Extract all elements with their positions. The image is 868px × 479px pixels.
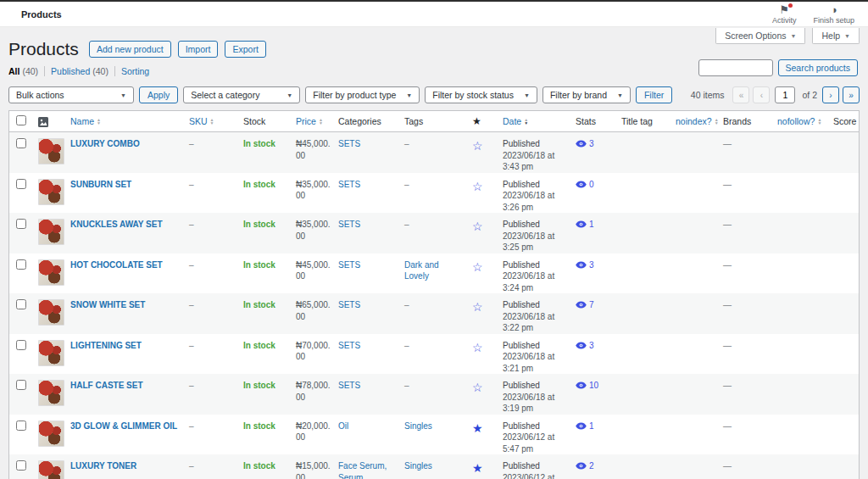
select-all-checkbox[interactable] [16,115,26,125]
category-link[interactable]: SETS [338,139,360,148]
import-button[interactable]: Import [178,41,219,58]
date-cell: Published 2023/06/18 at 3:21 pm [499,334,572,375]
category-select[interactable]: Select a category ▼ [183,86,300,103]
finish-setup-button[interactable]: ◑ Finish setup [813,4,854,25]
product-thumbnail[interactable] [38,460,64,479]
product-name-link[interactable]: LIGHTENING SET [70,341,142,350]
screen-options-button[interactable]: Screen Options ▼ [715,28,805,44]
product-thumbnail[interactable] [38,138,64,164]
publish-status: Published [503,179,569,191]
category-link[interactable]: SETS [338,260,360,270]
featured-star-icon[interactable]: ★ [472,461,483,475]
column-header-sku[interactable]: SKU▲▼ [186,111,240,132]
product-name-link[interactable]: HALF CASTE SET [70,381,143,390]
row-checkbox[interactable] [16,179,26,189]
view-published-link[interactable]: Published (40) [45,66,115,76]
view-sorting-link[interactable]: Sorting [115,66,155,76]
featured-star-icon[interactable]: ☆ [472,180,483,193]
category-link[interactable]: Face Serum, Serum [338,461,387,479]
search-products-button[interactable]: Search products [778,59,858,76]
stats-cell: 2 [572,454,618,479]
category-link[interactable]: SETS [338,220,360,229]
price-cell: ₦20,000.00 [292,415,335,455]
items-count: 40 items [691,90,725,100]
title-tag-cell [618,334,672,375]
view-count: (40) [92,66,108,76]
category-link[interactable]: SETS [338,341,360,350]
column-header-price[interactable]: Price▲▼ [292,111,335,132]
product-thumbnail[interactable] [38,340,64,366]
view-all-link[interactable]: All (40) [8,66,45,76]
eye-icon [576,381,587,393]
category-link[interactable]: SETS [338,180,360,189]
row-checkbox[interactable] [16,421,26,431]
breadcrumb[interactable]: Products [21,9,62,19]
brand-select[interactable]: Filter by brand ▼ [542,86,631,103]
apply-button[interactable]: Apply [139,86,178,103]
column-header-nofollow[interactable]: nofollow?▲▼ [774,111,830,132]
row-checkbox[interactable] [16,460,26,471]
product-thumbnail[interactable] [38,380,64,406]
featured-star-icon[interactable]: ☆ [472,341,483,354]
product-thumbnail[interactable] [38,299,64,326]
sort-arrows-icon: ▲▼ [210,118,214,125]
next-page-button[interactable]: › [822,86,839,103]
search-input[interactable] [698,59,773,76]
activity-button[interactable]: ⚑ Activity [772,4,797,25]
category-link[interactable]: SETS [338,300,360,309]
product-name-link[interactable]: KNUCKLES AWAY SET [70,220,163,229]
featured-star-icon[interactable]: ☆ [472,260,483,274]
column-header-date[interactable]: Date▲▼ [499,111,572,132]
tag-link[interactable]: Dark and Lovely [404,260,439,281]
product-thumbnail[interactable] [38,179,64,205]
featured-star-icon[interactable]: ☆ [472,220,483,233]
product-thumbnail[interactable] [38,219,64,245]
add-new-product-button[interactable]: Add new product [89,41,171,58]
noindex-cell [672,173,720,214]
product-name-link[interactable]: LUXURY COMBO [70,139,140,148]
current-page-input[interactable] [775,86,795,103]
row-checkbox[interactable] [16,340,26,350]
product-name-link[interactable]: LUXURY TONER [70,461,136,471]
category-link[interactable]: SETS [338,381,360,390]
stock-status-select[interactable]: Filter by stock status ▼ [425,86,537,103]
price-cell: ₦45,000.00 [292,132,335,173]
brands-cell: — [720,374,774,415]
table-row: HALF CASTE SET – In stock ₦78,000.00 SET… [9,374,859,415]
featured-star-icon[interactable]: ☆ [472,139,483,153]
product-name-link[interactable]: 3D GLOW & GLIMMER OIL [70,421,177,431]
table-row: LIGHTENING SET – In stock ₦70,000.00 SET… [9,334,859,375]
table-row: HOT CHOCOLATE SET – In stock ₦45,000.00 … [9,253,859,294]
column-header-noindex[interactable]: noindex?▲▼ [672,111,720,132]
help-button[interactable]: Help ▼ [812,28,860,44]
publish-status: Published [503,380,569,392]
category-link[interactable]: Oil [338,421,348,431]
export-button[interactable]: Export [225,41,265,58]
product-name-link[interactable]: SNOW WHITE SET [70,300,145,309]
product-thumbnail[interactable] [38,421,64,447]
prev-page-button[interactable]: ‹ [753,86,770,103]
first-page-button[interactable]: « [732,86,749,103]
bulk-actions-select[interactable]: Bulk actions ▼ [8,86,134,103]
publish-date: 2023/06/12 at 5:44 pm [503,472,569,479]
product-name-link[interactable]: HOT CHOCOLATE SET [70,260,163,270]
row-checkbox[interactable] [16,299,26,309]
sku-cell: – [186,173,240,214]
row-checkbox[interactable] [16,259,26,270]
last-page-button[interactable]: » [843,86,860,103]
column-label: nofollow? [777,116,815,126]
featured-star-icon[interactable]: ☆ [472,381,483,394]
stock-status: In stock [240,173,292,214]
tag-link[interactable]: Singles [404,461,432,471]
row-checkbox[interactable] [16,138,26,148]
column-header-name[interactable]: Name▲▼ [67,111,186,132]
product-type-select[interactable]: Filter by product type ▼ [305,86,420,103]
row-checkbox[interactable] [16,219,26,229]
row-checkbox[interactable] [16,380,26,390]
product-name-link[interactable]: SUNBURN SET [70,180,131,189]
tag-link[interactable]: Singles [404,421,432,431]
filter-button[interactable]: Filter [636,86,672,103]
featured-star-icon[interactable]: ☆ [472,300,483,314]
featured-star-icon[interactable]: ★ [472,421,483,435]
product-thumbnail[interactable] [38,259,64,286]
